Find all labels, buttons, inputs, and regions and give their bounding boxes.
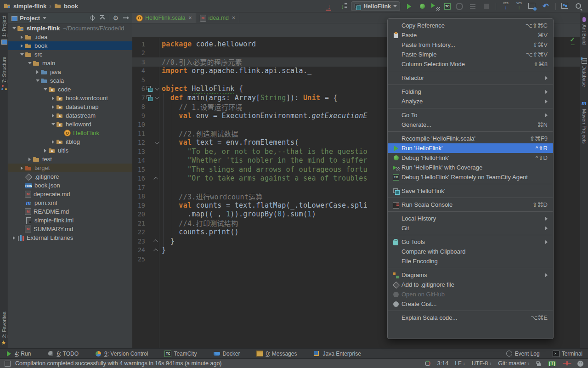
menu-item-diagrams[interactable]: Diagrams: [388, 270, 553, 280]
menu-item-compare-with-clipboard[interactable]: Compare with Clipboard: [388, 247, 553, 256]
tree-expand-icon[interactable]: [11, 27, 17, 29]
locate-file-button[interactable]: [89, 14, 96, 22]
menu-item-file-encoding[interactable]: File Encoding: [388, 256, 553, 266]
menu-item-add-to-gitignore-file[interactable]: Add to .gitignore file: [388, 280, 553, 289]
tree-expand-icon[interactable]: [34, 79, 40, 82]
menu-item-analyze[interactable]: Analyze: [388, 96, 553, 106]
tree-expand-icon[interactable]: [19, 166, 25, 170]
collapse-all-button[interactable]: [99, 14, 106, 22]
menu-item-run-helloflink-with-coverage[interactable]: Run 'HelloFlink' with Coverage: [388, 163, 553, 172]
tree-item-scala[interactable]: scala: [8, 76, 132, 85]
fold-down-icon[interactable]: [154, 95, 159, 99]
menu-item-git[interactable]: Git: [388, 223, 553, 233]
run-config-gutter-icon[interactable]: [146, 95, 153, 101]
run-config-gutter-icon[interactable]: [146, 85, 153, 92]
search-icon[interactable]: [574, 2, 583, 11]
menu-item-create-gist[interactable]: Create Gist...: [388, 299, 553, 309]
changes-icon[interactable]: [528, 2, 537, 11]
tree-item-pom-xml[interactable]: mpom.xml: [8, 198, 132, 207]
line-separator[interactable]: LF↕: [455, 360, 465, 367]
memory-gauge-icon[interactable]: [424, 360, 431, 367]
toolwindow-button-9-version-control[interactable]: 9: Version Control: [95, 351, 148, 357]
tree-expand-icon[interactable]: [50, 123, 56, 125]
tool-window-toggle-icon[interactable]: [5, 361, 11, 367]
breadcrumb-simple-flink[interactable]: simple-flink: [4, 2, 46, 10]
tree-item-target[interactable]: target: [8, 164, 132, 172]
tree-expand-icon[interactable]: [19, 44, 25, 48]
close-icon[interactable]: ×: [232, 15, 235, 21]
debug-icon[interactable]: [418, 2, 427, 11]
menu-item-explain-scala-code[interactable]: Explain Scala code...⌥⌘E: [388, 313, 553, 323]
tree-item-main[interactable]: main: [8, 59, 132, 68]
fold-up-icon[interactable]: [153, 249, 158, 253]
remote-run-icon[interactable]: [561, 2, 570, 11]
tree-expand-icon[interactable]: [19, 35, 25, 39]
tool-stripe-database[interactable]: Database: [580, 57, 588, 87]
tree-item-java[interactable]: java: [8, 68, 132, 76]
tab-helloflink-scala[interactable]: OHelloFlink.scala×: [132, 13, 196, 23]
tree-item-datastream[interactable]: datastream: [8, 111, 132, 120]
file-encoding[interactable]: UTF-8↕: [472, 360, 492, 367]
tool-stripe-ant-build[interactable]: Ant Build: [580, 17, 588, 45]
unlock-icon[interactable]: [536, 361, 542, 367]
toolwindow-button-teamcity[interactable]: TCTeamCity: [164, 351, 197, 357]
menu-item-local-history[interactable]: Local History: [388, 214, 553, 223]
menu-item-paste[interactable]: Paste⌘V: [388, 30, 553, 40]
menu-item-paste-simple[interactable]: Paste Simple⌥⇧⌘V: [388, 50, 553, 59]
toolwindow-button-event-log[interactable]: Event Log: [506, 351, 540, 357]
toolwindow-button-4-run[interactable]: 4: Run: [6, 351, 31, 357]
tree-item-test[interactable]: test: [8, 155, 132, 164]
tree-item-helloflink[interactable]: OHelloFlink: [8, 129, 132, 137]
t-badge[interactable]: [T]: [548, 361, 556, 366]
tree-expand-icon[interactable]: [50, 140, 56, 144]
tree-expand-icon[interactable]: [34, 70, 40, 74]
git-branch[interactable]: Git: master↕: [498, 360, 530, 367]
tab-idea-md[interactable]: Midea.md×: [196, 13, 240, 23]
tree-item-simple-flink[interactable]: simple-flink~/Documents/F/code/id: [8, 24, 132, 33]
tree-expand-icon[interactable]: [19, 53, 25, 56]
inspection-status-icon[interactable]: ✓~~: [570, 37, 575, 48]
tool-stripe-2-favorites[interactable]: 2: Favorites★: [0, 311, 8, 345]
menu-item-paste-from-history[interactable]: Paste from History...⇧⌘V: [388, 40, 553, 50]
hector-icon[interactable]: [577, 361, 583, 367]
menu-item-column-selection-mode[interactable]: Column Selection Mode⇧⌘8: [388, 59, 553, 69]
caret-position[interactable]: 3:14: [437, 360, 448, 367]
tree-item-summary-md[interactable]: MSUMMARY.md: [8, 225, 132, 233]
coverage-icon[interactable]: [431, 2, 440, 11]
toolwindow-button-0-messages[interactable]: 0: Messages: [256, 351, 297, 357]
menu-item-go-to[interactable]: Go To: [388, 110, 553, 120]
pipes-icon[interactable]: ⊣⊢: [562, 360, 571, 367]
menu-item-debug-helloflink[interactable]: Debug 'HelloFlink'^⇧D: [388, 153, 553, 163]
menu-item-save-helloflink[interactable]: Save 'HelloFlink': [388, 186, 553, 196]
download-sources-icon[interactable]: ↓: [338, 2, 347, 11]
undo-icon[interactable]: ↶: [541, 2, 550, 11]
tree-expand-icon[interactable]: [50, 114, 56, 118]
tree-item-book-json[interactable]: JSONbook.json: [8, 181, 132, 190]
fold-down-icon[interactable]: [154, 140, 159, 144]
tree-item-book-wordcount[interactable]: book.wordcount: [8, 94, 132, 102]
tree-item-helloword[interactable]: helloword: [8, 120, 132, 129]
menu-item-recompile-helloflink-scala[interactable]: Recompile 'HelloFlink.scala'⇧⌘F9: [388, 134, 553, 143]
fold-up-icon[interactable]: [153, 239, 158, 244]
tree-expand-icon[interactable]: [50, 105, 56, 109]
tool-stripe-maven-projects[interactable]: mMaven Projects: [580, 100, 588, 144]
download-red-icon[interactable]: ↓: [324, 2, 334, 11]
tree-item-deprecate-md[interactable]: Mdeprecate.md: [8, 190, 132, 198]
menu-item-debug-helloflink-remotely-on-teamcity-agent[interactable]: TCDebug 'HelloFlink' Remotely on TeamCit…: [388, 172, 553, 182]
tree-expand-icon[interactable]: [42, 88, 48, 91]
tree-item-book[interactable]: book: [8, 41, 132, 50]
vcs-commit-icon[interactable]: VCS↑: [514, 2, 524, 11]
tree-item-gitignore[interactable]: .gitignore: [8, 172, 132, 181]
hide-panel-button[interactable]: [122, 14, 130, 22]
run-configuration-combo[interactable]: HelloFlink: [351, 1, 400, 11]
tree-item-src[interactable]: src: [8, 50, 132, 59]
menu-item-refactor[interactable]: Refactor: [388, 73, 553, 83]
fold-up-icon[interactable]: [153, 177, 158, 181]
settings-gear-button[interactable]: ⚙: [112, 14, 119, 22]
tree-expand-icon[interactable]: [27, 62, 33, 64]
tree-expand-icon[interactable]: [11, 236, 17, 240]
close-icon[interactable]: ×: [189, 15, 192, 21]
teamcity-run-icon[interactable]: TC: [444, 3, 451, 10]
menu-item-folding[interactable]: Folding: [388, 87, 553, 96]
tool-stripe-1-project[interactable]: 1: Project: [0, 16, 8, 45]
